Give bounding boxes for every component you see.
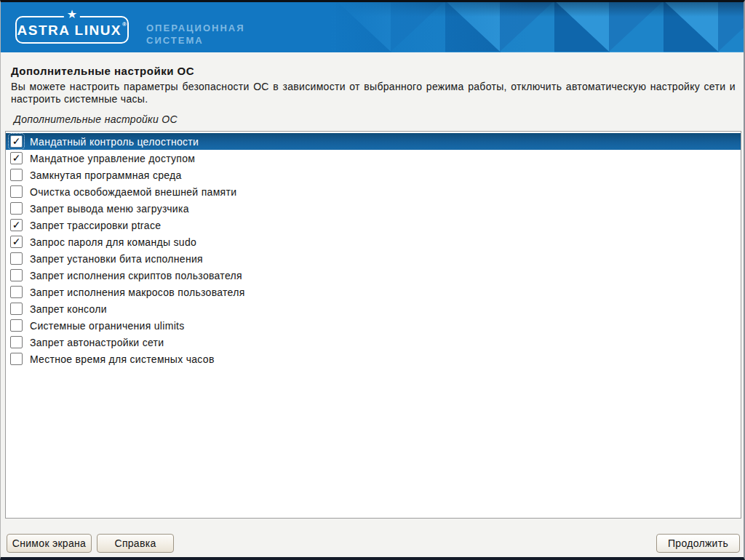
checklist-item[interactable]: Очистка освобождаемой внешней памяти	[6, 183, 741, 200]
page-description: Вы можете настроить параметры безопаснос…	[11, 81, 736, 105]
checklist-item-label: Запрос пароля для команды sudo	[30, 236, 196, 248]
checklist-item[interactable]: Запрет автонастройки сети	[6, 334, 741, 351]
checklist-item-label: Запрет исполнения макросов пользователя	[30, 287, 245, 298]
checklist-item[interactable]: Мандатный контроль целостности	[6, 133, 741, 150]
header-pattern-fade	[329, 2, 744, 52]
astra-linux-logo: ★ ASTRA LINUX®	[15, 16, 129, 44]
star-icon: ★	[64, 9, 80, 20]
checkbox[interactable]	[10, 269, 23, 281]
checklist-item-label: Очистка освобождаемой внешней памяти	[30, 186, 236, 198]
continue-button[interactable]: Продолжить	[656, 534, 740, 553]
checklist-item[interactable]: Запрет исполнения макросов пользователя	[6, 284, 741, 300]
checkbox[interactable]	[10, 202, 23, 215]
checkbox[interactable]	[10, 219, 23, 231]
screenshot-button[interactable]: Снимок экрана	[7, 534, 92, 553]
checklist-item-label: Мандатное управление доступом	[30, 153, 195, 164]
checklist-item-label: Системные ограничения ulimits	[30, 320, 185, 332]
header-banner: ★ ASTRA LINUX® ОПЕРАЦИОННАЯ СИСТЕМА	[1, 2, 744, 52]
checkbox[interactable]	[10, 152, 23, 164]
page-title: Дополнительные настройки ОС	[11, 65, 194, 77]
checklist-item-label: Запрет автонастройки сети	[30, 337, 164, 348]
checkbox[interactable]	[10, 353, 23, 365]
checkbox[interactable]	[10, 185, 23, 198]
brand-subtitle: ОПЕРАЦИОННАЯ СИСТЕМА	[146, 22, 245, 47]
checkbox[interactable]	[10, 252, 23, 265]
checklist-item[interactable]: Запрет установки бита исполнения	[6, 250, 741, 267]
checkbox[interactable]	[10, 236, 23, 248]
section-label: Дополнительные настройки ОС	[14, 113, 178, 125]
checklist-item[interactable]: Системные ограничения ulimits	[6, 317, 741, 334]
checklist-item[interactable]: Запрет вывода меню загрузчика	[6, 200, 741, 217]
checklist-item[interactable]: Запрет трассировки ptrace	[6, 217, 741, 233]
checkbox[interactable]	[10, 286, 23, 298]
checklist-item-label: Мандатный контроль целостности	[30, 136, 199, 148]
checkbox[interactable]	[10, 135, 23, 148]
checklist-item[interactable]: Замкнутая программная среда	[6, 167, 741, 183]
checklist-item[interactable]: Запрос пароля для команды sudo	[6, 233, 741, 250]
checklist-item-label: Запрет исполнения скриптов пользователя	[30, 270, 242, 281]
checklist-item-label: Местное время для системных часов	[30, 353, 215, 365]
checklist-item-label: Запрет консоли	[30, 303, 107, 315]
checklist-item[interactable]: Запрет консоли	[6, 300, 741, 317]
checkbox[interactable]	[10, 303, 23, 315]
checkbox[interactable]	[10, 336, 23, 348]
checklist-item-label: Запрет установки бита исполнения	[30, 253, 203, 265]
help-button[interactable]: Справка	[97, 534, 174, 553]
checkbox[interactable]	[10, 169, 23, 181]
logo-text: ASTRA LINUX®	[17, 23, 127, 39]
registered-mark: ®	[122, 21, 127, 28]
os-settings-checklist: Мандатный контроль целостности Мандатное…	[5, 131, 741, 519]
checklist-item-label: Замкнутая программная среда	[30, 169, 182, 181]
checkbox[interactable]	[10, 319, 23, 332]
checklist-item-label: Запрет вывода меню загрузчика	[30, 203, 189, 215]
checklist-item[interactable]: Мандатное управление доступом	[6, 150, 741, 167]
checklist-item[interactable]: Запрет исполнения скриптов пользователя	[6, 267, 741, 284]
installer-window: ★ ASTRA LINUX® ОПЕРАЦИОННАЯ СИСТЕМА Допо…	[0, 0, 745, 560]
checklist-item[interactable]: Местное время для системных часов	[6, 351, 741, 367]
checklist-item-label: Запрет трассировки ptrace	[30, 220, 161, 231]
